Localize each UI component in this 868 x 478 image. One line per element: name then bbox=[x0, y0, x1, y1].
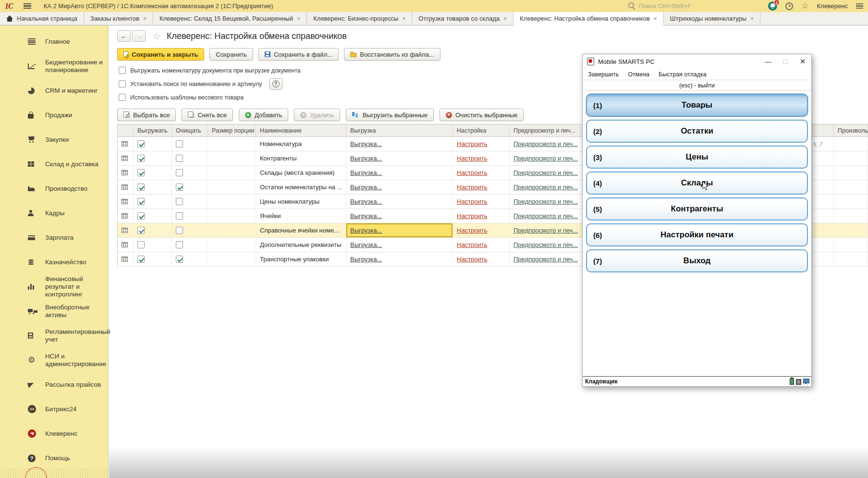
select-all-button[interactable]: Выбрать все bbox=[117, 109, 176, 121]
preview-print-link[interactable]: Предпросмотр и печ... bbox=[513, 227, 578, 234]
sidebar-item-crm[interactable]: CRM и маркетинг bbox=[0, 78, 108, 103]
selected-cell[interactable]: Выгрузка... bbox=[346, 223, 453, 238]
sidebar-item-regulated[interactable]: Регламентированный учет bbox=[0, 323, 108, 348]
tab-barcodes[interactable]: Штрихкоды номенклатуры × bbox=[664, 12, 760, 25]
delete-button[interactable]: Удалить bbox=[294, 109, 340, 121]
configure-link[interactable]: Настроить bbox=[457, 169, 488, 176]
sidebar-item-warehouse[interactable]: Склад и доставка bbox=[0, 152, 108, 176]
clear-checkbox[interactable] bbox=[176, 155, 183, 162]
export-checkbox[interactable] bbox=[137, 256, 145, 263]
row-handle-icon[interactable] bbox=[122, 184, 128, 190]
notifications-bell-icon[interactable]: 1 bbox=[768, 1, 777, 11]
service-menu-icon[interactable] bbox=[856, 3, 863, 9]
tab-customer-orders[interactable]: Заказы клиентов × bbox=[84, 12, 153, 25]
menu-button-print-settings[interactable]: (6)Настройки печати bbox=[586, 223, 808, 246]
preview-print-link[interactable]: Предпросмотр и печ... bbox=[513, 212, 578, 220]
sidebar-item-cleverence[interactable]: Клеверенс bbox=[0, 421, 108, 446]
preview-print-link[interactable]: Предпросмотр и печ... bbox=[513, 140, 578, 147]
export-checkbox[interactable] bbox=[137, 155, 145, 162]
clear-checkbox[interactable] bbox=[176, 140, 183, 147]
option-checkbox-search-by-name[interactable] bbox=[119, 80, 126, 87]
upload-link[interactable]: Выгрузка... bbox=[350, 169, 382, 176]
menu-button-stock[interactable]: (2)Остатки bbox=[586, 120, 808, 143]
menu-item-quick-debug[interactable]: Быстрая отладка bbox=[659, 71, 707, 78]
tab-close-icon[interactable]: × bbox=[654, 15, 657, 22]
clear-checkbox[interactable] bbox=[176, 169, 183, 176]
configure-link[interactable]: Настроить bbox=[457, 241, 488, 248]
upload-link[interactable]: Выгрузка... bbox=[350, 241, 382, 248]
preview-print-link[interactable]: Предпросмотр и печ... bbox=[513, 198, 578, 205]
row-handle-icon[interactable] bbox=[122, 141, 128, 147]
row-handle-icon[interactable] bbox=[122, 242, 128, 247]
export-checkbox[interactable] bbox=[137, 169, 145, 176]
unselect-all-button[interactable]: Снять все bbox=[182, 109, 232, 121]
upload-link[interactable]: Выгрузка... bbox=[350, 256, 382, 263]
menu-button-warehouses[interactable]: (4)Склады bbox=[586, 172, 808, 195]
sidebar-item-help[interactable]: Помощь bbox=[0, 446, 108, 470]
back-button[interactable]: ← bbox=[117, 30, 131, 42]
row-handle-icon[interactable] bbox=[122, 228, 128, 233]
save-button[interactable]: Сохранить bbox=[209, 48, 253, 61]
export-checkbox[interactable] bbox=[137, 198, 145, 205]
tab-close-icon[interactable]: × bbox=[503, 15, 507, 22]
dialog-title-bar[interactable]: Mobile SMARTS PC — ☐ ✕ bbox=[583, 54, 811, 69]
history-icon[interactable] bbox=[785, 2, 793, 10]
preview-print-link[interactable]: Предпросмотр и печ... bbox=[513, 256, 578, 263]
preview-print-link[interactable]: Предпросмотр и печ... bbox=[513, 184, 578, 191]
sidebar-item-pricelists[interactable]: Рассылка прайсов bbox=[0, 372, 108, 397]
save-to-file-button[interactable]: Сохранить в файл... bbox=[258, 48, 339, 61]
option-checkbox-weight-templates[interactable] bbox=[119, 94, 126, 101]
row-handle-icon[interactable] bbox=[122, 170, 128, 175]
option-checkbox-export-nomenclature[interactable] bbox=[119, 67, 126, 74]
upload-link[interactable]: Выгрузка... bbox=[350, 155, 382, 162]
sidebar-item-production[interactable]: Производство bbox=[0, 176, 108, 201]
export-checkbox[interactable] bbox=[137, 212, 145, 220]
configure-link[interactable]: Настроить bbox=[457, 155, 488, 162]
row-handle-icon[interactable] bbox=[122, 257, 128, 262]
configure-link[interactable]: Настроить bbox=[457, 198, 488, 205]
sidebar-item-finresult[interactable]: Финансовый результат и контроллинг bbox=[0, 274, 108, 299]
menu-item-finish[interactable]: Завершить bbox=[588, 71, 619, 78]
clear-checkbox[interactable] bbox=[176, 198, 183, 205]
preview-print-link[interactable]: Предпросмотр и печ... bbox=[513, 155, 578, 162]
tab-close-icon[interactable]: × bbox=[402, 15, 405, 22]
sidebar-item-nsi-admin[interactable]: НСИ и администрирование bbox=[0, 348, 108, 372]
sidebar-item-budgeting[interactable]: Бюджетирование и планирование bbox=[0, 54, 108, 78]
global-search[interactable]: Поиск Ctrl+Shift+F bbox=[628, 0, 691, 12]
configure-link[interactable]: Настроить bbox=[457, 212, 488, 220]
configure-link[interactable]: Настроить bbox=[457, 227, 488, 234]
preview-print-link[interactable]: Предпросмотр и печ... bbox=[513, 241, 578, 248]
add-button[interactable]: Добавить bbox=[239, 109, 288, 121]
clear-selected-button[interactable]: Очистить выбранные bbox=[440, 109, 524, 121]
forward-button[interactable]: → bbox=[132, 30, 146, 42]
maximize-button[interactable]: ☐ bbox=[777, 54, 794, 69]
export-checkbox[interactable] bbox=[137, 140, 145, 147]
hamburger-menu-icon[interactable] bbox=[24, 3, 31, 9]
menu-button-goods[interactable]: (1)Товары bbox=[586, 94, 808, 117]
tab-close-icon[interactable]: × bbox=[297, 15, 300, 22]
upload-link[interactable]: Выгрузка... bbox=[350, 227, 382, 234]
configure-link[interactable]: Настроить bbox=[457, 184, 488, 191]
sidebar-item-treasury[interactable]: Казначейство bbox=[0, 250, 108, 274]
upload-link[interactable]: Выгрузка... bbox=[350, 184, 382, 191]
clear-checkbox[interactable] bbox=[176, 227, 183, 234]
current-user-label[interactable]: Клеверенс bbox=[817, 2, 848, 10]
sidebar-item-hr[interactable]: Кадры bbox=[0, 201, 108, 225]
tab-home[interactable]: Начальная страница bbox=[0, 12, 84, 25]
export-checkbox[interactable] bbox=[137, 184, 145, 191]
sidebar-item-bitrix24[interactable]: Битрикс24 bbox=[0, 397, 108, 421]
export-checkbox[interactable] bbox=[137, 227, 145, 234]
row-handle-icon[interactable] bbox=[122, 156, 128, 161]
sidebar-item-main[interactable]: Главное bbox=[0, 29, 108, 54]
clear-checkbox[interactable] bbox=[176, 256, 183, 263]
menu-button-contractors[interactable]: (5)Контрагенты bbox=[586, 197, 808, 221]
menu-button-prices[interactable]: (3)Цены bbox=[586, 146, 808, 169]
upload-link[interactable]: Выгрузка... bbox=[350, 212, 382, 220]
clear-checkbox[interactable] bbox=[176, 241, 183, 248]
clear-checkbox[interactable] bbox=[176, 212, 183, 220]
row-handle-icon[interactable] bbox=[122, 199, 128, 204]
upload-link[interactable]: Выгрузка... bbox=[350, 140, 382, 147]
tab-shipment[interactable]: Отгрузка товаров со склада × bbox=[412, 12, 513, 25]
tab-close-icon[interactable]: × bbox=[143, 15, 147, 22]
preview-print-link[interactable]: Предпросмотр и печ... bbox=[513, 169, 578, 176]
